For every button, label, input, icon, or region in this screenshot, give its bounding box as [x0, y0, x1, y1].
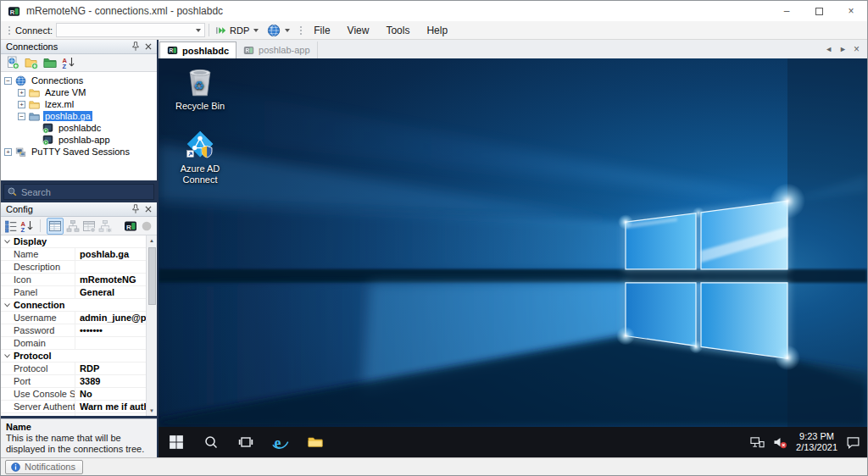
- tab-scroll-left-icon[interactable]: ◄: [825, 45, 832, 53]
- inheritance-default-icon[interactable]: [98, 219, 112, 233]
- connect-play-icon: [215, 25, 227, 36]
- collapse-icon[interactable]: −: [18, 113, 25, 120]
- scroll-up-icon[interactable]: ▲: [147, 235, 157, 246]
- pin-icon[interactable]: [130, 203, 142, 215]
- desktop-icon-azure-ad-connect[interactable]: Azure AD Connect: [166, 129, 234, 185]
- maximize-button[interactable]: [803, 1, 835, 21]
- external-tools-button[interactable]: [264, 24, 296, 37]
- quick-connect-toolbar: Connect: RDP FileViewToolsHelp: [1, 21, 867, 40]
- property-value[interactable]: •••••••: [75, 325, 146, 335]
- selected-tool-highlight[interactable]: [47, 218, 64, 235]
- volume-muted-icon[interactable]: [773, 436, 787, 449]
- chevron-down-icon[interactable]: [196, 29, 201, 35]
- rdp-view: RposhlabdcRposhlab-app ◄ ► ×: [157, 40, 867, 457]
- config-category-display[interactable]: Display: [1, 235, 146, 248]
- property-value[interactable]: poshlab.ga: [75, 249, 146, 259]
- tab-close-icon[interactable]: ×: [854, 46, 860, 53]
- config-property-password[interactable]: Password•••••••: [1, 324, 146, 337]
- property-value[interactable]: mRemoteNG: [75, 274, 146, 285]
- taskbar-start-button[interactable]: [159, 427, 193, 457]
- menu-tools[interactable]: Tools: [377, 22, 418, 39]
- tree-item-poshlab-ga[interactable]: −poshlab.ga: [1, 110, 157, 122]
- globe-icon: [14, 75, 27, 86]
- properties-default-icon[interactable]: [82, 219, 96, 233]
- property-value[interactable]: admin_june@posh: [75, 313, 146, 323]
- chevron-down-icon[interactable]: [253, 29, 259, 35]
- config-property-panel[interactable]: PanelGeneral: [1, 286, 146, 299]
- tree-item-poshlabdc[interactable]: poshlabdc: [1, 122, 157, 134]
- scrollbar-thumb[interactable]: [148, 247, 156, 305]
- tree-item-lzex-ml[interactable]: +lzex.ml: [1, 98, 157, 110]
- property-value[interactable]: 0: [75, 414, 146, 416]
- close-icon[interactable]: [142, 203, 154, 215]
- desktop-icon-recycle-bin[interactable]: ♻Recycle Bin: [166, 66, 234, 112]
- config-property-username[interactable]: Usernameadmin_june@posh: [1, 312, 146, 324]
- chevron-down-icon[interactable]: [285, 29, 290, 35]
- property-label: Description: [14, 261, 75, 273]
- network-icon[interactable]: [750, 436, 765, 449]
- expand-icon[interactable]: +: [4, 148, 12, 156]
- menu-view[interactable]: View: [339, 22, 378, 39]
- tree-item-connections[interactable]: −Connections: [1, 75, 157, 86]
- quick-connect-input[interactable]: [57, 24, 194, 36]
- expand-icon[interactable]: +: [18, 89, 25, 97]
- menu-file[interactable]: File: [305, 22, 338, 39]
- sort-icon[interactable]: AZ: [62, 56, 75, 69]
- action-center-icon[interactable]: [846, 436, 860, 449]
- inheritance-icon[interactable]: [66, 219, 80, 233]
- quick-connect-combobox[interactable]: [56, 23, 205, 37]
- collapse-icon[interactable]: −: [4, 77, 12, 85]
- tab-scroll-right-icon[interactable]: ►: [839, 45, 847, 53]
- taskbar-task-view-button[interactable]: [228, 427, 263, 457]
- connection-tab-poshlab-app[interactable]: Rposhlab-app: [236, 42, 318, 58]
- tree-item-poshlab-app[interactable]: poshlab-app: [1, 134, 157, 146]
- search-input[interactable]: [18, 187, 151, 197]
- config-property-domain[interactable]: Domain: [1, 337, 146, 350]
- expand-icon[interactable]: +: [18, 101, 25, 108]
- circle-gray-icon[interactable]: [140, 219, 153, 233]
- config-property-use-console-se[interactable]: Use Console SeNo: [1, 388, 146, 401]
- taskbar-clock[interactable]: 9:23 PM 2/13/2021: [796, 431, 837, 453]
- new-connection-icon[interactable]: [6, 56, 19, 69]
- property-value[interactable]: General: [75, 287, 146, 297]
- config-property-minutes-to-idle[interactable]: Minutes to Idle0: [1, 413, 146, 416]
- taskbar-search-button[interactable]: [193, 427, 228, 457]
- config-property-server-authenti[interactable]: Server AuthentiWarn me if authen: [1, 401, 146, 413]
- config-category-protocol[interactable]: Protocol: [1, 350, 146, 363]
- remote-desktop[interactable]: ♻Recycle BinAzure AD Connect: [159, 58, 867, 427]
- taskbar-file-explorer-button[interactable]: [298, 427, 332, 457]
- property-value[interactable]: 3389: [75, 376, 146, 386]
- menubar-grip[interactable]: [298, 25, 303, 36]
- connection-tab-poshlabdc[interactable]: Rposhlabdc: [159, 42, 236, 58]
- mremoteng-icon[interactable]: R: [124, 219, 137, 233]
- categorized-icon[interactable]: [4, 219, 18, 233]
- property-value[interactable]: RDP: [75, 363, 146, 374]
- close-icon[interactable]: [142, 41, 154, 53]
- config-property-description[interactable]: Description: [1, 261, 146, 274]
- config-property-icon[interactable]: IconmRemoteNG: [1, 274, 146, 286]
- toolbar-grip[interactable]: [7, 25, 11, 36]
- pin-icon[interactable]: [130, 41, 142, 53]
- tree-item-putty-saved-sessions[interactable]: +PuTTY Saved Sessions: [1, 146, 157, 158]
- config-property-port[interactable]: Port3389: [1, 375, 146, 388]
- properties-icon[interactable]: [48, 219, 62, 233]
- taskbar-internet-explorer-button[interactable]: e: [263, 427, 298, 457]
- search-box[interactable]: [3, 184, 154, 200]
- search-icon: [7, 186, 18, 197]
- sort-icon[interactable]: AZ: [20, 219, 34, 233]
- config-category-connection[interactable]: Connection: [1, 299, 146, 312]
- menu-help[interactable]: Help: [418, 22, 456, 39]
- close-button[interactable]: ×: [835, 1, 867, 21]
- config-grid-scrollbar[interactable]: ▲ ▼: [146, 235, 157, 416]
- notifications-tab[interactable]: Notifications: [5, 460, 83, 474]
- config-property-protocol[interactable]: ProtocolRDP: [1, 363, 146, 375]
- config-property-name[interactable]: Nameposhlab.ga: [1, 248, 146, 261]
- tree-item-azure-vm[interactable]: +Azure VM: [1, 86, 157, 98]
- quick-connect-protocol-button[interactable]: RDP: [213, 25, 264, 36]
- scroll-down-icon[interactable]: ▼: [147, 406, 157, 416]
- property-value[interactable]: Warn me if authen: [75, 401, 146, 412]
- minimize-button[interactable]: –: [771, 1, 803, 21]
- property-value[interactable]: No: [75, 389, 146, 399]
- new-folder-icon[interactable]: [25, 56, 38, 69]
- folder-green-icon[interactable]: [43, 56, 57, 69]
